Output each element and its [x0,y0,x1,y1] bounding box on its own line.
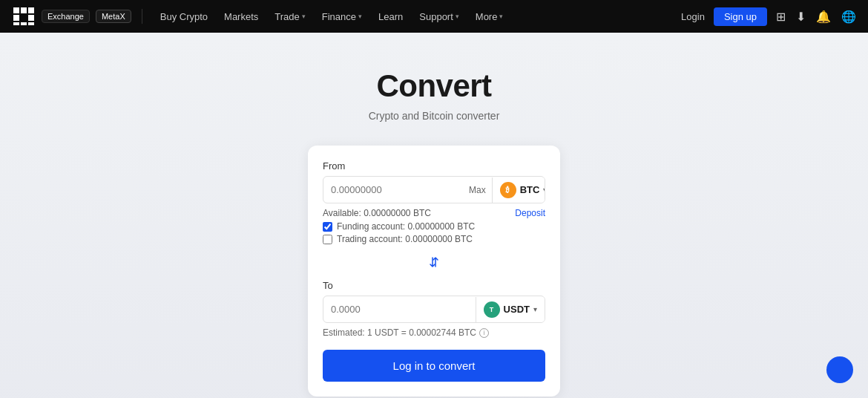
nav-right: Login Sign up ⊞ ⬇ 🔔 🌐 [681,7,856,26]
to-token-name: USDT [504,304,530,315]
nav-items: Buy Crypto Markets Trade ▾ Finance ▾ Lea… [153,8,675,25]
btc-icon: ₿ [500,182,516,198]
bell-icon[interactable]: 🔔 [816,10,831,24]
available-text: Available: 0.00000000 BTC [323,208,431,218]
from-input-row: Max ₿ BTC ▾ [323,176,545,203]
from-token-name: BTC [520,184,540,195]
grid-icon[interactable]: ⊞ [776,10,786,24]
nav-markets[interactable]: Markets [217,8,266,25]
trading-checkbox[interactable] [323,235,332,244]
globe-icon[interactable]: 🌐 [841,10,856,24]
svg-rect-6 [21,22,27,25]
signup-button[interactable]: Sign up [714,7,767,26]
metax-badge[interactable]: MetaX [96,10,131,23]
nav-trade[interactable]: Trade ▾ [267,8,312,25]
nav-support[interactable]: Support ▾ [412,8,467,25]
svg-rect-5 [13,22,19,25]
page-subtitle: Crypto and Bitcoin converter [369,110,500,122]
logo[interactable] [12,6,36,27]
max-button[interactable]: Max [463,185,492,195]
svg-rect-2 [28,7,34,13]
funding-label: Funding account: 0.00000000 BTC [337,221,475,232]
to-input[interactable] [323,296,476,322]
converter-card: From Max ₿ BTC ▾ Available: 0.00000000 B… [308,146,560,397]
nav-more[interactable]: More ▾ [468,8,511,25]
finance-chevron-icon: ▾ [358,13,362,20]
to-label: To [323,280,545,291]
login-link[interactable]: Login [681,11,705,22]
from-label: From [323,160,545,172]
svg-rect-7 [28,22,34,25]
floating-chat-button[interactable] [826,356,853,383]
nav-finance[interactable]: Finance ▾ [315,8,369,25]
page-title: Convert [376,68,491,104]
from-token-chevron-icon: ▾ [543,186,545,194]
to-token-selector[interactable]: T USDT ▾ [476,297,545,322]
svg-rect-3 [13,15,19,21]
svg-rect-1 [21,7,27,13]
to-input-row: T USDT ▾ [323,296,545,323]
estimated-text: Estimated: 1 USDT = 0.00002744 BTC [323,327,476,338]
trade-chevron-icon: ▾ [302,13,306,20]
navbar: Exchange MetaX Buy Crypto Markets Trade … [0,0,868,33]
swap-wrapper [323,252,545,273]
from-input[interactable] [323,177,463,203]
main-content: Convert Crypto and Bitcoin converter Fro… [0,33,868,398]
swap-icon[interactable] [424,252,444,273]
nav-icons: ⊞ ⬇ 🔔 🌐 [776,10,856,24]
more-chevron-icon: ▾ [499,13,503,20]
nav-divider [142,9,142,24]
trading-account-row: Trading account: 0.00000000 BTC [323,234,545,244]
estimated-row: Estimated: 1 USDT = 0.00002744 BTC i [323,327,545,338]
available-row: Available: 0.00000000 BTC Deposit [323,208,545,218]
nav-buy-crypto[interactable]: Buy Crypto [153,8,215,25]
nav-learn[interactable]: Learn [371,8,410,25]
svg-rect-4 [28,15,34,21]
funding-account-row: Funding account: 0.00000000 BTC [323,221,545,232]
download-icon[interactable]: ⬇ [796,10,806,24]
login-to-convert-button[interactable]: Log in to convert [323,350,545,382]
support-chevron-icon: ▾ [456,13,459,20]
funding-checkbox[interactable] [323,222,332,232]
usdt-icon: T [484,301,500,318]
trading-label: Trading account: 0.00000000 BTC [337,234,473,244]
exchange-badge[interactable]: Exchange [42,10,90,23]
deposit-link[interactable]: Deposit [515,208,545,218]
svg-rect-0 [13,7,19,13]
from-token-selector[interactable]: ₿ BTC ▾ [492,177,545,203]
info-icon[interactable]: i [479,328,489,338]
to-token-chevron-icon: ▾ [533,305,537,313]
